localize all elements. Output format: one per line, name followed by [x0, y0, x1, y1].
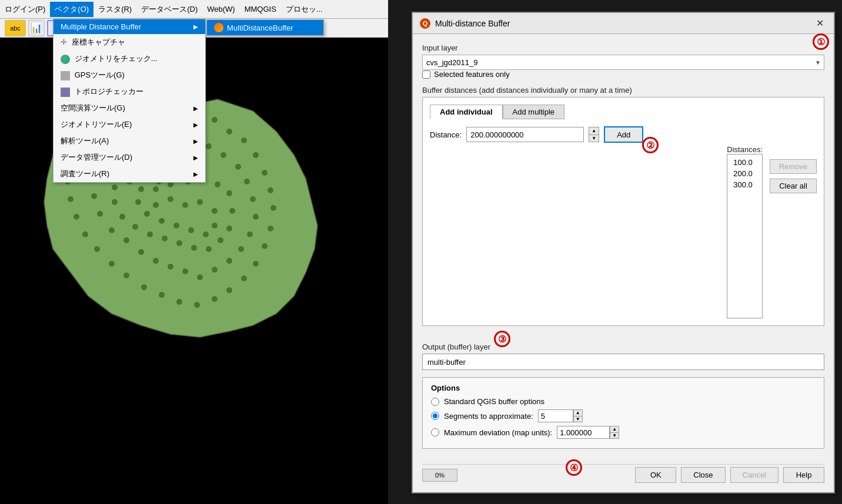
cancel-button[interactable]: Cancel [730, 467, 778, 483]
menu-raster[interactable]: ラスタ(R) [93, 2, 136, 17]
clear-all-button[interactable]: Clear all [770, 179, 817, 193]
dropdown-item-datamanage[interactable]: データ管理ツール(D) ▶ [54, 149, 205, 166]
radio-standard-label: Standard QGIS buffer options [444, 397, 544, 406]
svg-point-96 [153, 186, 159, 192]
svg-point-45 [244, 179, 250, 184]
dropdown-item-analysis[interactable]: 解析ツール(A) ▶ [54, 133, 205, 149]
svg-point-95 [138, 186, 144, 192]
menu-mmqgis[interactable]: MMQGIS [240, 2, 281, 16]
svg-point-74 [206, 246, 212, 252]
dropdown-item-survey[interactable]: 調査ツール(R) ▶ [54, 166, 205, 182]
add-distance-button[interactable]: Add [604, 126, 643, 143]
selected-features-checkbox[interactable] [422, 70, 430, 79]
svg-point-81 [112, 199, 118, 205]
submenu-item-multibuffer[interactable]: MultiDistanceBuffer [207, 20, 323, 35]
spatial-arrow: ▶ [193, 105, 198, 112]
tab-add-individual[interactable]: Add individual [430, 105, 503, 119]
svg-point-32 [68, 196, 73, 202]
distance-value-200[interactable]: 200.0 [730, 168, 760, 179]
dropdown-item-coord[interactable]: ✛ 座標キャプチャ [54, 34, 205, 51]
deviation-spinbox: ▲ ▼ [610, 426, 619, 439]
radio-standard-input[interactable] [431, 398, 439, 406]
dropdown-item-buffer[interactable]: Multiple Distance Buffer ▶ [54, 19, 205, 34]
svg-point-28 [109, 261, 115, 267]
dropdown-item-geom-check[interactable]: ジオメトリをチェック... [54, 51, 205, 67]
output-layer-label: Output (buffer) layer ③ [422, 333, 824, 351]
svg-point-73 [218, 237, 223, 243]
distance-value-100[interactable]: 100.0 [730, 157, 760, 168]
svg-point-83 [153, 202, 159, 208]
svg-point-26 [141, 284, 147, 290]
menu-process[interactable]: プロセッ... [281, 2, 328, 17]
svg-point-84 [168, 196, 173, 202]
selected-features-label: Selected features only [434, 70, 510, 79]
svg-point-21 [226, 287, 232, 293]
help-button[interactable]: Help [783, 467, 824, 483]
ok-button[interactable]: OK [635, 467, 676, 483]
toolbar-chart[interactable]: 📊 [28, 20, 45, 36]
toolbar-abc1[interactable]: abc [5, 20, 26, 36]
map-area: ログイン(P) ベクタ(O) ラスタ(R) データベース(D) Web(W) M… [0, 0, 388, 504]
remove-button[interactable]: Remove [770, 159, 817, 174]
svg-point-18 [262, 243, 268, 249]
distance-value-300[interactable]: 300.0 [730, 179, 760, 190]
radio-deviation-input[interactable] [431, 428, 439, 436]
annotation-3: ③ [494, 331, 510, 347]
svg-point-29 [94, 246, 100, 252]
segments-spin-up[interactable]: ▲ [573, 409, 583, 416]
menu-login[interactable]: ログイン(P) [0, 2, 50, 17]
svg-point-56 [138, 249, 144, 255]
dialog-app-icon: Q [420, 18, 430, 29]
deviation-spin-down[interactable]: ▼ [610, 432, 619, 439]
menu-web[interactable]: Web(W) [202, 2, 239, 16]
buffer-distances-section: Buffer distances (add distances individu… [422, 86, 824, 326]
distances-list[interactable]: 100.0 200.0 300.0 [727, 154, 763, 318]
svg-point-15 [268, 187, 273, 193]
svg-point-90 [188, 227, 194, 233]
radio-max-deviation: Maximum deviation (map units): ▲ ▼ [431, 426, 816, 439]
menu-database[interactable]: データベース(D) [136, 2, 202, 17]
input-layer-combobox[interactable] [422, 55, 824, 70]
svg-point-91 [173, 223, 179, 229]
distance-spin-up[interactable]: ▲ [589, 127, 599, 135]
buffer-distances-box: Add individual Add multiple Distance: ▲ … [422, 97, 824, 326]
dialog-title: Multi-distance Buffer [435, 19, 510, 28]
distance-spinbox: ▲ ▼ [589, 127, 599, 142]
svg-point-69 [215, 182, 220, 187]
dropdown-item-spatial[interactable]: 空間演算ツール(G) ▶ [54, 100, 205, 116]
survey-arrow: ▶ [193, 171, 198, 177]
dropdown-item-topo[interactable]: トポロジチェッカー [54, 83, 205, 100]
output-layer-input[interactable] [422, 354, 824, 370]
distance-input-field[interactable] [466, 127, 584, 142]
svg-point-78 [147, 231, 153, 237]
svg-point-70 [226, 190, 232, 196]
close-button[interactable]: Close [681, 467, 725, 483]
svg-point-87 [212, 208, 218, 214]
input-layer-label: Input layer [422, 43, 824, 52]
svg-point-48 [247, 231, 253, 237]
radio-deviation-label: Maximum deviation (map units): [444, 428, 552, 437]
radio-segments-input[interactable] [431, 412, 439, 420]
dropdown-item-gps[interactable]: GPSツール(G) [54, 67, 205, 83]
dropdown-label-topo: トポロジチェッカー [61, 86, 143, 97]
segments-value-input[interactable] [538, 409, 573, 422]
segments-spin-down[interactable]: ▼ [573, 416, 583, 423]
svg-point-53 [182, 268, 188, 274]
svg-point-57 [123, 237, 129, 243]
deviation-spin-up[interactable]: ▲ [610, 426, 619, 432]
svg-point-72 [226, 226, 232, 231]
menu-vector[interactable]: ベクタ(O) [50, 2, 93, 17]
submenu: MultiDistanceBuffer [206, 19, 324, 36]
tab-add-multiple[interactable]: Add multiple [503, 105, 565, 119]
svg-point-89 [203, 231, 209, 237]
analysis-arrow: ▶ [193, 138, 198, 145]
dropdown-label-gps: GPSツール(G) [61, 70, 125, 80]
input-layer-combobox-wrapper: ▼ [422, 55, 824, 70]
submenu-arrow: ▶ [193, 23, 198, 30]
distance-spin-down[interactable]: ▼ [589, 135, 599, 143]
deviation-value-input[interactable] [557, 426, 610, 439]
svg-point-82 [112, 184, 118, 190]
dropdown-item-geomtool[interactable]: ジオメトリツール(E) ▶ [54, 116, 205, 133]
dialog-close-button[interactable]: ✕ [813, 16, 827, 31]
options-title: Options [431, 384, 816, 392]
